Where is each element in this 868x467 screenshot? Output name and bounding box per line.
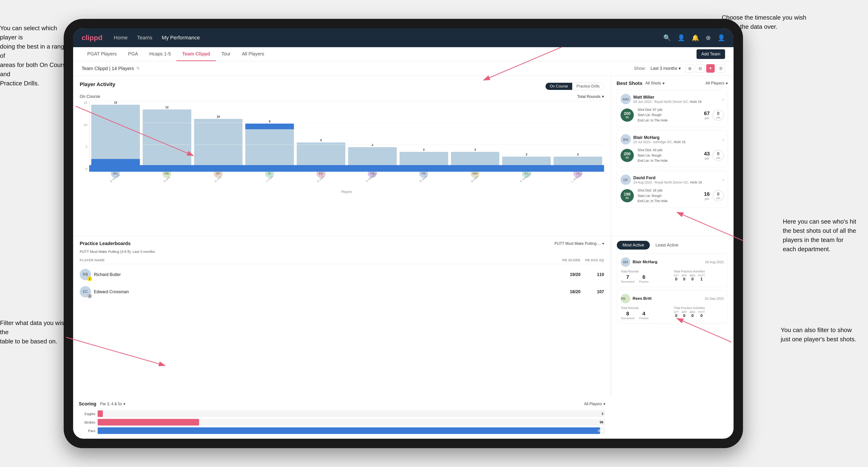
practice-player-2-avatar: EC 2 (80, 286, 91, 298)
scoring-birdies-bar-container: 96 (98, 419, 605, 426)
all-shots-filter[interactable]: All Shots ▾ (645, 81, 665, 86)
activity-2-rounds: Total Rounds 8 Tournament 4 Practice (621, 306, 671, 319)
shot-1-details: 200 SG Shot Dist: 67 ydsStart Lie: Rough… (621, 107, 724, 123)
activity-player-2-header: RB Rees Britt 02 Sep 2023 (621, 294, 724, 303)
practice-subtitle: PUTT Must Make Putting (3-6 ft), Last 3 … (80, 250, 604, 253)
shot-3-chevron[interactable]: › (722, 177, 724, 183)
gtt-1: GTT 0 (674, 274, 679, 282)
arg-2: ARG 0 (690, 311, 695, 318)
sub-nav-pga[interactable]: PGA (122, 47, 144, 61)
col-pb-score: PB SCORE (557, 258, 581, 262)
tournament-val-1: 7 Tournament (621, 274, 634, 283)
practice-title: Practice Leaderboards (80, 241, 131, 246)
toggle-practice-drills[interactable]: Practice Drills (572, 83, 604, 90)
annotation-filter: Filter what data you wish thetable to be… (0, 318, 73, 346)
view-list-button[interactable]: ☰ (717, 64, 725, 73)
shot-3-location: 24 Aug 2023 · Royal North Devon GC, Hole… (633, 181, 702, 184)
shot-3-avatar: DF (621, 175, 631, 185)
on-course-label: On Course (80, 94, 100, 99)
activity-avatar-2: RB (621, 294, 630, 303)
practice-player-1-avg: 110 (581, 272, 604, 277)
shot-1-location: 09 Jun 2023 · Royal North Devon GC, Hole… (633, 100, 702, 103)
activity-player-2-stats: Total Rounds 8 Tournament 4 Practice (621, 306, 724, 319)
profile-icon[interactable]: 👤 (717, 34, 725, 41)
scoring-eagles-label: Eagles (79, 412, 95, 416)
practice-player-1-name: Richard Butler (94, 272, 121, 277)
shot-2-location: 23 Jul 2023 · Ashridge GC, Hole 15 (633, 140, 685, 144)
add-circle-icon[interactable]: ⊕ (706, 34, 711, 41)
show-label: Show: (634, 66, 646, 71)
show-select[interactable]: Last 3 months ▾ (651, 66, 681, 71)
nav-link-teams[interactable]: Teams (137, 35, 152, 41)
player-activity-title: Player Activity (80, 81, 115, 88)
practice-player-2-info: EC 2 Edward Crossman (80, 286, 557, 298)
shot-card-2[interactable]: BM Blair McHarg 23 Jul 2023 · Ashridge G… (617, 130, 728, 167)
rounds-values-2: 8 Tournament 4 Practice (621, 311, 671, 319)
search-icon[interactable]: 🔍 (663, 34, 671, 41)
shot-1-name: Matt Miller (633, 95, 702, 100)
view-grid3-button[interactable]: ⊟ (696, 64, 704, 73)
shot-card-3-header: DF David Ford 24 Aug 2023 · Royal North … (621, 175, 724, 185)
activity-1-rounds: Total Rounds 7 Tournament 6 Practice (621, 270, 671, 283)
tab-least-active[interactable]: Least Active (650, 241, 684, 250)
scoring-title: Scoring (79, 401, 96, 407)
practice-player-2-score: 18/20 (557, 289, 581, 294)
add-team-button[interactable]: Add Team (696, 49, 725, 59)
shot-2-badge: 200 SG (621, 149, 634, 162)
shot-2-text: Shot Dist: 43 ydsStart Lie: RoughEnd Lie… (638, 148, 700, 163)
bar-group-6: 4 (348, 144, 397, 166)
activity-player-1-stats: Total Rounds 7 Tournament 6 Practice (621, 270, 724, 283)
shot-3-info: David Ford 24 Aug 2023 · Royal North Dev… (633, 176, 702, 184)
shot-1-chevron[interactable]: › (722, 96, 724, 102)
nav-link-home[interactable]: Home (114, 35, 128, 41)
sub-nav-all-players[interactable]: All Players (236, 47, 270, 61)
sub-nav-pgat[interactable]: PGAT Players (82, 47, 122, 61)
gtt-2: GTT 0 (674, 311, 679, 318)
view-grid2-button[interactable]: ⊞ (685, 64, 694, 73)
scoring-eagles-bar-container: 3 (98, 410, 605, 417)
all-players-filter[interactable]: All Players ▾ (706, 81, 728, 86)
shot-2-details: 200 SG Shot Dist: 43 ydsStart Lie: Rough… (621, 148, 724, 163)
toggle-on-course[interactable]: On Course (546, 83, 572, 90)
scoring-row-pars: Pars 499 (79, 427, 605, 434)
app-2: APP 0 (682, 311, 687, 318)
activity-player-1-header: BM Blair McHarg 26 Aug 2023 (621, 257, 724, 267)
shot-3-text: Shot Dist: 16 ydsStart Lie: RoughEnd Lie… (638, 188, 700, 204)
shot-2-chevron[interactable]: › (722, 137, 724, 142)
nav-links: Home Teams My Performance (114, 35, 200, 41)
main-content: Player Activity On Course Practice Drill… (73, 76, 734, 439)
shot-1-avatar: MM (621, 94, 631, 104)
nav-link-myperformance[interactable]: My Performance (162, 35, 200, 41)
users-icon[interactable]: 👤 (677, 34, 685, 41)
scoring-par-filter[interactable]: Par 3, 4 & 5s ▾ (100, 402, 125, 406)
shot-3-badge: 198 SG (621, 189, 634, 203)
activity-player-2-date: 02 Sep 2023 (705, 297, 724, 301)
activity-avatar-1: BM (621, 257, 630, 267)
shot-card-1[interactable]: MM Matt Miller 09 Jun 2023 · Royal North… (617, 90, 728, 127)
practice-filter[interactable]: PUTT Must Make Putting ... ▾ (555, 241, 604, 246)
scoring-row-eagles: Eagles 3 (79, 410, 605, 417)
view-heart-button[interactable]: ♥ (706, 64, 715, 73)
bar-group-10: 2 (554, 153, 602, 166)
sub-nav-hcaps[interactable]: Hcaps 1-5 (144, 47, 177, 61)
total-rounds-select[interactable]: Total Rounds ▾ (577, 94, 604, 99)
edit-icon[interactable]: ✎ (136, 66, 140, 71)
sub-nav-team-clippd[interactable]: Team Clippd (177, 47, 216, 61)
practice-activities-2: GTT 0 APP 0 ARG 0 (674, 311, 724, 318)
scoring-birdies-bar (98, 419, 199, 426)
activity-toggle-group: On Course Practice Drills (545, 83, 604, 90)
y-label-10: 10 (84, 123, 87, 127)
sub-nav-tour[interactable]: Tour (216, 47, 236, 61)
shot-card-3[interactable]: DF David Ford 24 Aug 2023 · Royal North … (617, 170, 728, 208)
shot-2-stats: 43 yds 0 yds (704, 150, 724, 161)
bar-group-2: 12 (143, 106, 191, 166)
scoring-header: Scoring Par 3, 4 & 5s ▾ All Players ▾ (79, 401, 605, 407)
scoring-birdies-value: 96 (599, 420, 603, 424)
bell-icon[interactable]: 🔔 (691, 34, 699, 41)
activity-1-practice: Total Practice Activities GTT 0 APP 0 (674, 270, 724, 283)
practice-val-1: 6 Practice (639, 274, 649, 283)
rounds-values-1: 7 Tournament 6 Practice (621, 274, 671, 283)
scoring-player-filter[interactable]: All Players ▾ (584, 402, 605, 406)
tab-most-active[interactable]: Most Active (617, 241, 650, 250)
annotation-best-shots: Here you can see who's hitthe best shots… (783, 217, 856, 254)
